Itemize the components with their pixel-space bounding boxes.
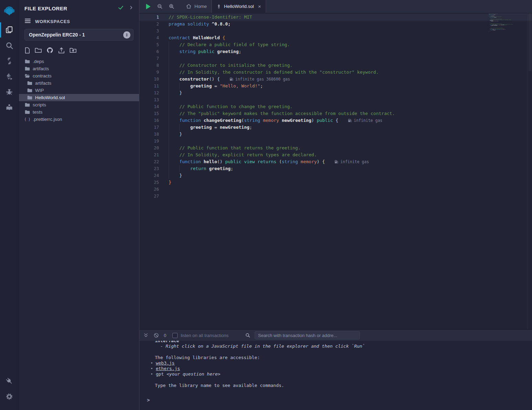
code-line[interactable]: 11 greeting = "Hello, World!"; xyxy=(139,83,532,90)
code-line[interactable]: 16 function changeGreeting(string memory… xyxy=(139,117,532,124)
listen-transactions-checkbox[interactable] xyxy=(172,333,178,338)
code-line-content: // Constructor to initialize the greetin… xyxy=(169,62,292,69)
tree-item-artifacts[interactable]: artifacts xyxy=(19,65,139,72)
tree-item--deps[interactable]: .deps xyxy=(19,58,139,65)
zoom-in-icon[interactable] xyxy=(169,3,174,9)
terminal-prompt[interactable]: > xyxy=(143,397,532,403)
code-line[interactable]: 10 constructor() {infinite gas 368600 ga… xyxy=(139,76,532,83)
plugin-manager-icon[interactable] xyxy=(2,374,16,388)
solidity-compiler-icon[interactable] xyxy=(2,54,16,68)
indent-guide xyxy=(169,62,169,69)
code-line[interactable]: 4contract HelloWorld { xyxy=(139,34,532,41)
remix-logo[interactable] xyxy=(2,4,16,18)
workspaces-label: WORKSPACES xyxy=(35,19,70,24)
indent-guide xyxy=(169,90,169,96)
github-icon[interactable] xyxy=(46,47,53,54)
code-line[interactable]: 15 // The "public" keyword makes the fun… xyxy=(139,110,532,117)
tree-item-contracts[interactable]: contracts xyxy=(19,72,139,80)
terminal-toolbar: 0 listen on all transactions xyxy=(139,329,532,341)
line-number: 9 xyxy=(139,69,159,76)
workspace-select-toggle-icon[interactable] xyxy=(123,31,130,39)
code-line[interactable]: 5 // Declare a public field of type stri… xyxy=(139,41,532,48)
upload-file-icon[interactable] xyxy=(58,47,65,54)
code-line[interactable]: 13 xyxy=(139,96,532,103)
deploy-run-icon[interactable] xyxy=(2,70,16,83)
code-line[interactable]: 9 // In Solidity, the constructor is def… xyxy=(139,69,532,76)
editor-scrollbar[interactable] xyxy=(528,13,532,329)
clear-console-icon[interactable] xyxy=(153,333,159,338)
code-line[interactable]: 22 function hello() public view returns … xyxy=(139,158,532,165)
workspaces-menu-icon[interactable] xyxy=(24,18,31,25)
code-line[interactable]: 8 // Constructor to initialize the greet… xyxy=(139,62,532,69)
svg-text:{ }: { } xyxy=(25,117,30,121)
tree-item-label: .prettierrc.json xyxy=(33,117,62,122)
code-line[interactable]: 24 } xyxy=(139,172,532,179)
terminal-link[interactable]: web3.js xyxy=(156,360,175,366)
code-line[interactable]: 3 xyxy=(139,28,532,34)
minimap[interactable]: 1// SPDX-License-Identifier: MIT2pragma … xyxy=(489,13,527,329)
terminal[interactable]: interface - Right click on a JavaScript … xyxy=(139,341,532,410)
code-line[interactable]: 23 return greeting; xyxy=(139,165,532,172)
indent-guide xyxy=(169,76,169,83)
indent-guide xyxy=(169,83,169,90)
line-number: 18 xyxy=(139,131,159,138)
line-number: 10 xyxy=(139,76,159,83)
tree-item-scripts[interactable]: scripts xyxy=(19,101,139,108)
code-line-content: } xyxy=(169,179,171,186)
debugger-icon[interactable] xyxy=(2,85,16,99)
code-line[interactable]: 17 greeting = newGreeting; xyxy=(139,124,532,131)
tree-item-wip[interactable]: WIP xyxy=(19,87,139,94)
code-line-content: // Public function that returns the gree… xyxy=(169,145,301,151)
folder-icon xyxy=(27,88,32,93)
tree-item-helloworld-sol[interactable]: HelloWorld.sol xyxy=(19,94,139,101)
tree-item--prettierrc-json[interactable]: { }.prettierrc.json xyxy=(19,116,139,123)
code-line[interactable]: 25} xyxy=(139,179,532,186)
fuel-icon xyxy=(334,160,338,164)
tree-item-artifacts[interactable]: artifacts xyxy=(19,80,139,87)
code-line[interactable]: 12 } xyxy=(139,90,532,96)
code-line[interactable]: 7 xyxy=(139,55,532,62)
editor-scrollbar-thumb[interactable] xyxy=(529,13,532,71)
workspaces-row: WORKSPACES xyxy=(19,14,139,26)
new-folder-icon[interactable] xyxy=(35,47,42,53)
new-file-icon[interactable] xyxy=(24,47,30,54)
remix-ide-window: FILE EXPLORER WORKSPACES OpenZeppelin ER… xyxy=(0,0,532,410)
code-line-content: function changeGreeting(string memory ne… xyxy=(169,117,338,124)
code-line[interactable]: 18 } xyxy=(139,131,532,138)
terminal-link[interactable]: ethers.js xyxy=(156,366,180,371)
learneth-icon[interactable] xyxy=(2,101,16,114)
terminal-search-input[interactable] xyxy=(255,331,360,339)
terminal-line: interface xyxy=(155,341,532,344)
code-line[interactable]: 26 xyxy=(139,186,532,193)
chevron-right-icon[interactable] xyxy=(129,5,134,11)
code-line[interactable]: 19 xyxy=(139,138,532,145)
code-line[interactable]: 14 // Public function to change the gree… xyxy=(139,103,532,110)
tab-close-icon[interactable]: × xyxy=(258,3,261,9)
tree-item-tests[interactable]: tests xyxy=(19,108,139,116)
code-line[interactable]: 6 string public greeting; xyxy=(139,48,532,55)
zoom-out-icon[interactable] xyxy=(157,3,163,9)
tab-helloworld-sol[interactable]: HelloWorld.sol× xyxy=(212,0,266,13)
folder-icon xyxy=(25,103,30,107)
code-line[interactable]: 21 // In Solidity, explicit return types… xyxy=(139,151,532,158)
line-number: 26 xyxy=(139,186,159,193)
code-line[interactable]: 2pragma solidity ^0.8.0; xyxy=(139,21,532,28)
file-explorer-panel: FILE EXPLORER WORKSPACES OpenZeppelin ER… xyxy=(19,0,139,410)
double-chevron-down-icon[interactable] xyxy=(143,333,148,338)
tab-home[interactable]: Home xyxy=(181,0,212,13)
file-explorer-icon[interactable] xyxy=(2,23,16,37)
code-line[interactable]: 27 xyxy=(139,193,532,200)
code-lines: 1// SPDX-License-Identifier: MIT2pragma … xyxy=(489,13,527,33)
code-editor[interactable]: 1// SPDX-License-Identifier: MIT2pragma … xyxy=(139,13,532,329)
run-script-icon[interactable] xyxy=(146,3,151,10)
tree-item-label: artifacts xyxy=(33,66,49,71)
code-line[interactable]: 1// SPDX-License-Identifier: MIT xyxy=(139,14,532,21)
code-line-content: pragma solidity ^0.8.0; xyxy=(169,21,231,28)
line-number: 23 xyxy=(139,165,159,172)
settings-icon[interactable] xyxy=(2,390,16,403)
code-line[interactable]: 20 // Public function that returns the g… xyxy=(139,145,532,151)
upload-folder-icon[interactable] xyxy=(70,47,77,53)
workspace-select[interactable]: OpenZeppelin ERC20 - 1 xyxy=(24,29,134,41)
search-icon[interactable] xyxy=(2,39,16,52)
check-icon[interactable] xyxy=(118,4,124,12)
